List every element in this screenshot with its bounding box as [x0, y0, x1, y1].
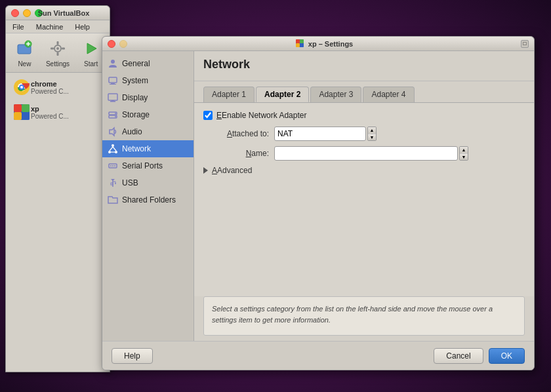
cancel-button[interactable]: Cancel	[434, 348, 483, 364]
vm-list: chrome Powered C... xp Powered C...	[6, 73, 110, 128]
sidebar-item-storage[interactable]: Storage	[102, 106, 194, 123]
toolbar-start-button[interactable]: Start	[77, 35, 104, 70]
toolbar: New Settings Start	[6, 33, 110, 73]
svg-rect-26	[109, 77, 117, 83]
name-wrapper: ▲ ▼	[274, 146, 468, 161]
new-vm-icon	[14, 38, 35, 59]
dialog-minimize-button[interactable]	[119, 40, 127, 48]
section-title: Network	[203, 58, 525, 71]
storage-icon	[108, 109, 118, 120]
dialog-footer: Help Cancel OK	[102, 341, 534, 370]
toolbar-settings-label: Settings	[46, 60, 70, 68]
enable-adapter-row: EEnable Network Adapter	[203, 111, 525, 120]
dialog-body: General System	[102, 51, 534, 341]
settings-content: Network Adapter 1 Adapter 2 Adapter 3 Ad…	[194, 51, 534, 341]
svg-point-52	[115, 183, 116, 184]
vm-status-chrome: Powered C...	[31, 88, 103, 95]
svg-point-14	[20, 86, 23, 88]
sidebar-item-serial-ports[interactable]: Serial Ports	[102, 157, 194, 174]
chrome-icon	[12, 78, 31, 96]
sidebar-item-general[interactable]: General	[102, 55, 194, 72]
svg-rect-6	[57, 41, 59, 45]
footer-actions: Cancel OK	[153, 348, 525, 364]
svg-rect-29	[108, 94, 117, 100]
svg-marker-10	[87, 43, 96, 54]
svg-rect-22	[300, 39, 304, 43]
svg-rect-24	[300, 43, 304, 47]
advanced-label: AAdvanced	[212, 166, 252, 175]
name-spinner-down[interactable]: ▼	[460, 154, 468, 161]
vm-info-xp: xp Powered C...	[31, 105, 103, 120]
advanced-triangle-icon	[203, 167, 208, 174]
name-spinner-up[interactable]: ▲	[460, 147, 468, 154]
xp-icon	[12, 103, 31, 121]
svg-point-35	[115, 116, 116, 117]
svg-rect-31	[112, 100, 114, 102]
close-button[interactable]	[11, 9, 19, 17]
tab-adapter3[interactable]: Adapter 3	[310, 87, 361, 102]
sidebar-item-usb[interactable]: USB	[102, 174, 194, 191]
dialog-zoom-button[interactable]: □	[521, 40, 529, 48]
enable-adapter-checkbox[interactable]	[203, 111, 213, 120]
menu-file[interactable]: File	[10, 22, 27, 32]
toolbar-start-label: Start	[84, 60, 98, 68]
svg-point-44	[110, 165, 112, 167]
vm-name-xp: xp	[31, 105, 103, 113]
sidebar-item-system[interactable]: System	[102, 72, 194, 89]
vbox-title: Sun VirtualBox	[23, 9, 104, 17]
name-label: Name:	[203, 149, 269, 158]
tab-adapter4[interactable]: Adapter 4	[363, 87, 414, 102]
menu-machine[interactable]: Machine	[33, 22, 66, 32]
spinner-up[interactable]: ▲	[368, 127, 376, 134]
svg-marker-36	[110, 128, 114, 136]
svg-point-34	[115, 113, 116, 114]
serial-icon	[108, 161, 118, 171]
settings-icon	[47, 38, 68, 59]
dialog-close-button[interactable]	[108, 40, 115, 48]
toolbar-new-label: New	[18, 60, 31, 68]
toolbar-new-button[interactable]: New	[11, 35, 38, 70]
sidebar-item-display[interactable]: Display	[102, 89, 194, 106]
content-header: Network	[194, 51, 534, 81]
menu-help[interactable]: Help	[72, 22, 92, 32]
svg-line-40	[110, 147, 113, 151]
svg-rect-7	[57, 52, 59, 56]
ok-button[interactable]: OK	[489, 348, 525, 364]
svg-rect-17	[22, 104, 30, 112]
svg-rect-49	[111, 183, 113, 185]
spinner-down[interactable]: ▼	[368, 134, 376, 141]
attached-to-row: Attached to: NAT Bridged Adapter Interna…	[203, 127, 525, 141]
svg-rect-18	[14, 112, 22, 120]
attached-to-spinner: ▲ ▼	[367, 127, 377, 141]
attached-to-select[interactable]: NAT Bridged Adapter Internal Network Hos…	[274, 127, 366, 141]
dialog-titlebar: xp – Settings □	[102, 37, 534, 51]
audio-icon	[108, 127, 118, 137]
settings-sidebar: General System	[102, 51, 194, 341]
usb-icon	[108, 178, 118, 188]
name-input[interactable]	[274, 146, 458, 161]
tab-adapter2[interactable]: Adapter 2	[256, 87, 309, 102]
vbox-titlebar: Sun VirtualBox	[6, 6, 110, 20]
menubar: File Machine Help	[6, 20, 110, 33]
svg-rect-21	[296, 39, 300, 43]
help-button[interactable]: Help	[112, 348, 153, 364]
vm-item-chrome[interactable]: chrome Powered C...	[9, 75, 107, 99]
attached-to-wrapper: NAT Bridged Adapter Internal Network Hos…	[274, 127, 377, 141]
toolbar-settings-button[interactable]: Settings	[43, 35, 72, 70]
svg-rect-23	[296, 43, 300, 47]
vm-name-chrome: chrome	[31, 80, 103, 88]
sidebar-item-audio[interactable]: Audio	[102, 123, 194, 140]
footer-help: Help	[112, 348, 153, 364]
tab-adapter1[interactable]: Adapter 1	[203, 87, 255, 102]
enable-adapter-label[interactable]: EEnable Network Adapter	[216, 111, 306, 120]
advanced-row[interactable]: AAdvanced	[203, 166, 525, 175]
settings-dialog: xp – Settings □ General	[102, 36, 535, 370]
name-spinner: ▲ ▼	[459, 146, 468, 161]
svg-point-46	[114, 165, 115, 167]
vm-info-chrome: chrome Powered C...	[31, 80, 103, 95]
vm-status-xp: Powered C...	[31, 113, 103, 120]
svg-line-41	[113, 147, 116, 151]
sidebar-item-network[interactable]: Network	[102, 140, 194, 157]
vm-item-xp[interactable]: xp Powered C...	[9, 100, 107, 124]
sidebar-item-shared-folders[interactable]: Shared Folders	[102, 191, 194, 208]
